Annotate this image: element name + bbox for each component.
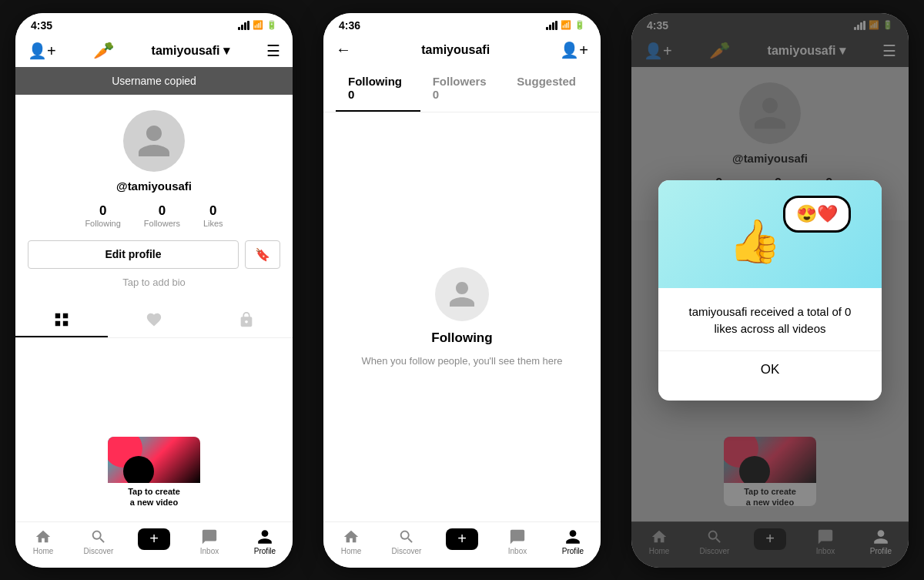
status-icons-2: 📶 🔋 <box>546 20 585 30</box>
screen1-phone: 4:35 📶 🔋 👤+ 🥕 tamiyousafi <box>15 13 293 568</box>
status-icons-1: 📶 🔋 <box>238 20 277 30</box>
status-bar-2: 4:36 📶 🔋 <box>323 13 601 35</box>
toast-banner-1: Username copied <box>15 67 293 95</box>
follow-tabs-2: Following 0 Followers 0 Suggested <box>323 65 601 112</box>
battery-icon-2: 🔋 <box>574 20 585 30</box>
back-icon-2[interactable]: ← <box>336 41 351 59</box>
screen2-phone: 4:36 📶 🔋 ← tamiyousafi <box>323 13 601 568</box>
top-nav-2: ← tamiyousafi 👤+ <box>323 35 601 65</box>
empty-sub-2: When you follow people, you'll see them … <box>361 355 562 367</box>
nav-create-2[interactable]: + <box>434 528 490 555</box>
time-2: 4:36 <box>339 19 360 32</box>
signal-icon-1 <box>238 21 249 30</box>
nav-discover-1[interactable]: Discover <box>71 528 126 555</box>
wifi-icon-1: 📶 <box>253 20 263 30</box>
nav-inbox-2[interactable]: Inbox <box>490 528 545 555</box>
create-card-label-1: Tap to create a new video <box>108 483 200 506</box>
bottom-nav-1: Home Discover + Inbox Profile <box>15 521 293 568</box>
edit-profile-button-1[interactable]: Edit profile <box>28 240 239 269</box>
modal-text-3: tamiyousafi received a total of 0 likes … <box>677 303 863 338</box>
video-create-area-1: Tap to create a new video <box>15 338 293 521</box>
stat-likes-1[interactable]: 0 Likes <box>203 203 223 228</box>
chevron-down-icon-1: ▾ <box>223 43 229 58</box>
content-tabs-1 <box>15 303 293 338</box>
create-card-bg-1 <box>108 437 200 483</box>
empty-title-2: Following <box>431 330 492 346</box>
at-username-1: @tamiyousafi <box>116 179 192 193</box>
modal-ok-button-3[interactable]: OK <box>677 351 863 388</box>
bookmark-button-1[interactable]: 🔖 <box>245 240 280 269</box>
screen3-phone: 4:35 📶 🔋 👤+ 🥕 tamiyousafi <box>631 13 909 568</box>
add-user-icon-1[interactable]: 👤+ <box>28 42 56 60</box>
modal-body-3: tamiyousafi received a total of 0 likes … <box>658 288 882 401</box>
nav-profile-1[interactable]: Profile <box>237 528 293 555</box>
profile-section-1: @tamiyousafi 0 Following 0 Followers 0 L… <box>15 95 293 303</box>
tab-private-1[interactable] <box>200 303 293 337</box>
bottom-nav-2: Home Discover + Inbox Profile <box>323 521 601 568</box>
person-icon-1 <box>135 122 173 160</box>
add-user-icon-2[interactable]: 👤+ <box>560 41 588 59</box>
bio-placeholder-1[interactable]: Tap to add bio <box>122 277 186 288</box>
likes-modal-3: 👍 😍❤️ tamiyousafi received a total of 0 … <box>658 180 882 401</box>
top-nav-1: 👤+ 🥕 tamiyousafi ▾ ☰ <box>15 35 293 67</box>
nav-create-1[interactable]: + <box>126 528 182 555</box>
person-svg-2 <box>447 279 477 310</box>
tab-suggested-2[interactable]: Suggested <box>504 65 588 112</box>
nav-discover-2[interactable]: Discover <box>379 528 434 555</box>
follow-empty-2: Following When you follow people, you'll… <box>323 112 601 521</box>
tab-liked-1[interactable] <box>108 303 200 337</box>
username-nav-1[interactable]: tamiyousafi ▾ <box>152 43 229 58</box>
modal-image-3: 👍 😍❤️ <box>658 180 882 288</box>
signal-icon-2 <box>546 21 557 30</box>
nav-home-2[interactable]: Home <box>323 528 379 555</box>
nav-home-1[interactable]: Home <box>15 528 71 555</box>
stat-following-1[interactable]: 0 Following <box>85 203 120 228</box>
battery-icon-1: 🔋 <box>266 20 277 30</box>
avatar-1 <box>123 110 185 172</box>
menu-icon-1[interactable]: ☰ <box>266 42 280 60</box>
nav-inbox-1[interactable]: Inbox <box>182 528 237 555</box>
thumbs-up-icon-3: 👍 <box>728 216 782 267</box>
time-1: 4:35 <box>31 19 52 32</box>
tiktok-logo-1: 🥕 <box>93 41 114 61</box>
speech-bubble-icon-3: 😍❤️ <box>783 196 851 233</box>
tab-followers-2[interactable]: Followers 0 <box>420 65 505 112</box>
tab-following-2[interactable]: Following 0 <box>336 65 420 112</box>
modal-overlay-3: 👍 😍❤️ tamiyousafi received a total of 0 … <box>631 13 909 568</box>
action-buttons-1: Edit profile 🔖 <box>28 240 280 269</box>
tab-grid-1[interactable] <box>15 303 108 337</box>
status-bar-1: 4:35 📶 🔋 <box>15 13 293 35</box>
wifi-icon-2: 📶 <box>561 20 571 30</box>
nav-profile-2[interactable]: Profile <box>545 528 601 555</box>
create-video-card-1[interactable]: Tap to create a new video <box>108 437 200 506</box>
stats-row-1: 0 Following 0 Followers 0 Likes <box>85 203 223 228</box>
person-empty-icon-2 <box>435 267 489 321</box>
username-nav-2: tamiyousafi <box>421 43 490 57</box>
stat-followers-1[interactable]: 0 Followers <box>144 203 180 228</box>
